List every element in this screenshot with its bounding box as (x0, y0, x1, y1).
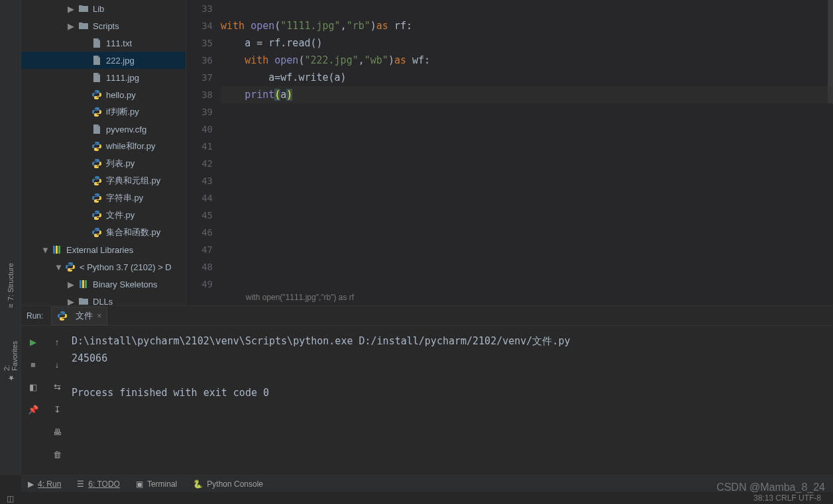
stop-button[interactable]: ■ (27, 358, 40, 371)
code-line-35: a = rf.read() (221, 34, 833, 52)
structure-icon: ≡ (7, 303, 15, 307)
expand-icon[interactable]: ▶ (68, 21, 74, 31)
svg-rect-2 (58, 246, 60, 254)
run-header: Run: 文件 × (21, 306, 833, 326)
tool-todo[interactable]: ☰6: TODO (77, 479, 120, 489)
tree-item-222.jpg[interactable]: 222.jpg (21, 52, 186, 69)
run-body: ▶ ■ ◧ 📌 ↑ ↓ ⇆ ↧ 🖶 🗑 D:\install\pycharm\2… (21, 306, 833, 475)
svg-rect-3 (80, 280, 82, 288)
tree-item-文件.py[interactable]: 文件.py (21, 207, 186, 224)
tree-item-label: 111.txt (106, 38, 132, 48)
sidebar-tab-favorites[interactable]: ★ 2: Favorites (0, 334, 21, 382)
tree-item-label: External Libraries (66, 245, 133, 255)
terminal-icon: ▣ (136, 479, 143, 489)
tool-run[interactable]: ▶4: Run (28, 479, 61, 489)
pysdk-icon (65, 262, 76, 272)
run-toolbar-2: ↑ ↓ ⇆ ↧ 🖶 🗑 (45, 326, 69, 475)
todo-icon: ☰ (77, 479, 84, 489)
expand-icon[interactable]: ▶ (68, 4, 74, 14)
code-line-34: with open("1111.jpg","rb")as rf: (221, 17, 833, 34)
run-toolbar-1: ▶ ■ ◧ 📌 (21, 326, 45, 475)
up-icon[interactable]: ↑ (50, 335, 64, 348)
pin-button[interactable]: 📌 (27, 403, 40, 416)
code-line-37: a=wf.write(a) (221, 69, 833, 86)
tree-item-External-Libraries[interactable]: ▼External Libraries (21, 241, 186, 258)
soft-wrap-button[interactable]: ⇆ (50, 380, 64, 393)
svg-rect-0 (53, 246, 55, 254)
tree-item-label: 字典和元组.py (106, 175, 160, 187)
tree-item-label: Binary Skeletons (93, 279, 158, 289)
tree-item-Lib[interactable]: ▶Lib (21, 0, 186, 17)
py-icon (91, 176, 102, 186)
expand-icon[interactable]: ▶ (68, 279, 74, 289)
bottom-toolbar: ▶4: Run ☰6: TODO ▣Terminal 🐍Python Conso… (21, 475, 833, 492)
code-editor[interactable]: 3334353637383940414243444546474849 with … (186, 0, 833, 305)
file-icon (91, 72, 102, 83)
run-tab-title: 文件 (76, 310, 93, 322)
run-label: Run: (21, 311, 51, 321)
tree-item-label: 1111.jpg (106, 73, 139, 83)
left-sidebar: ≡ 7: Structure ★ 2: Favorites (0, 0, 21, 475)
print-button[interactable]: 🖶 (50, 425, 64, 438)
layout-button[interactable]: ◧ (27, 380, 40, 393)
py-icon (91, 89, 102, 100)
expand-icon[interactable]: ▶ (68, 297, 74, 306)
breadcrumb: with open("1111.jpg","rb") as rf (186, 289, 833, 305)
sidebar-tab-structure[interactable]: ≡ 7: Structure (0, 262, 21, 309)
watermark: CSDN @Mamba_8_24 (716, 481, 825, 493)
play-icon: ▶ (28, 479, 34, 489)
svg-rect-1 (56, 246, 58, 254)
expand-icon[interactable]: ▼ (54, 262, 61, 272)
code-body[interactable]: with open("1111.jpg","rb")as rf: a = rf.… (221, 0, 833, 305)
folder-icon (78, 3, 89, 14)
tree-item-hello.py[interactable]: hello.py (21, 86, 186, 103)
tree-item-1111.jpg[interactable]: 1111.jpg (21, 69, 186, 86)
tree-item-列表.py[interactable]: 列表.py (21, 155, 186, 172)
line-gutter: 3334353637383940414243444546474849 (186, 0, 221, 305)
tree-item-label: pyvenv.cfg (106, 125, 146, 134)
tree-item-label: < Python 3.7 (2102) > D (80, 262, 172, 272)
tree-item-label: 集合和函数.py (106, 227, 160, 238)
tree-item-pyvenv.cfg[interactable]: pyvenv.cfg (21, 121, 186, 138)
tool-terminal[interactable]: ▣Terminal (136, 479, 177, 489)
py-icon (91, 141, 102, 152)
windows-icon[interactable]: ◫ (7, 494, 14, 503)
code-line-33 (221, 0, 833, 17)
rerun-button[interactable]: ▶ (27, 335, 40, 348)
python-icon: 🐍 (193, 479, 203, 489)
file-icon (91, 38, 102, 48)
scroll-to-end-button[interactable]: ↧ (50, 403, 64, 416)
run-console-output[interactable]: D:\install\pycharm\2102\venv\Scripts\pyt… (69, 326, 833, 475)
down-icon[interactable]: ↓ (50, 358, 64, 371)
tool-python-console[interactable]: 🐍Python Console (193, 479, 263, 489)
file-icon (91, 55, 102, 66)
project-tree[interactable]: ▶Lib▶Scripts111.txt222.jpg1111.jpghello.… (21, 0, 186, 305)
code-line-38: print(a) (221, 86, 833, 103)
tree-item-字典和元组.py[interactable]: 字典和元组.py (21, 172, 186, 189)
close-icon[interactable]: × (97, 311, 101, 321)
run-tab[interactable]: 文件 × (51, 307, 107, 325)
tree-item-<-Python-3.7-(2102)->-D[interactable]: ▼< Python 3.7 (2102) > D (21, 258, 186, 276)
tree-item-DLLs[interactable]: ▶DLLs (21, 293, 186, 305)
py-icon (91, 210, 102, 221)
tree-item-Binary-Skeletons[interactable]: ▶Binary Skeletons (21, 276, 186, 293)
tree-item-label: 列表.py (106, 158, 135, 170)
folder-icon (78, 296, 89, 305)
svg-rect-5 (85, 280, 87, 288)
tree-item-字符串.py[interactable]: 字符串.py (21, 189, 186, 207)
tree-item-Scripts[interactable]: ▶Scripts (21, 17, 186, 34)
status-text: 38:13 CRLF UTF-8 (753, 493, 821, 503)
tree-item-label: 222.jpg (106, 56, 135, 66)
svg-rect-4 (82, 280, 84, 288)
tree-item-111.txt[interactable]: 111.txt (21, 34, 186, 52)
tree-item-while和for.py[interactable]: while和for.py (21, 138, 186, 155)
tree-item-集合和函数.py[interactable]: 集合和函数.py (21, 224, 186, 241)
trash-button[interactable]: 🗑 (50, 448, 64, 461)
tree-item-label: 文件.py (106, 209, 135, 221)
expand-icon[interactable]: ▼ (41, 245, 48, 255)
status-bar: ◫ 38:13 CRLF UTF-8 (0, 492, 833, 504)
py-icon (91, 158, 102, 169)
libs-icon (52, 244, 62, 255)
tree-item-if判断.py[interactable]: if判断.py (21, 103, 186, 121)
folder-icon (78, 21, 89, 31)
